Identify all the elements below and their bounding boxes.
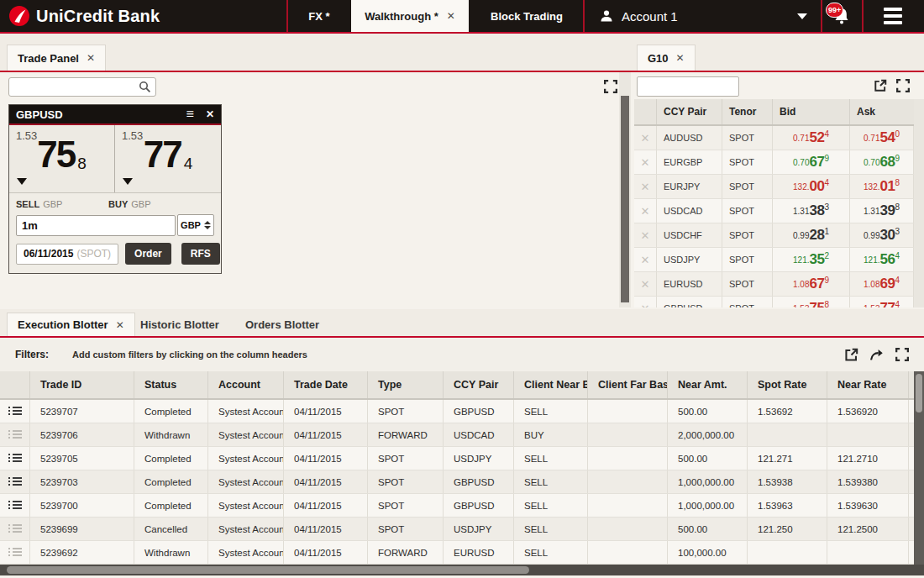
spot-rate-cell: 1.53938 <box>748 470 827 493</box>
search-input[interactable] <box>8 77 156 97</box>
amount-input[interactable] <box>16 215 176 236</box>
remove-pair-icon[interactable]: ✕ <box>634 150 657 174</box>
bid-price[interactable]: 1.31383 <box>773 199 850 223</box>
account-selector[interactable]: Account 1 <box>585 0 821 32</box>
col-ccy-pair[interactable]: CCY Pair <box>657 99 722 124</box>
popout-icon[interactable] <box>844 348 858 362</box>
order-button[interactable]: Order <box>125 243 171 265</box>
pair-filter-input[interactable] <box>637 76 739 97</box>
tab-execution-blotter[interactable]: Execution Blotter ✕ <box>7 313 135 336</box>
buy-price-tile[interactable]: 1.53 774 <box>115 125 221 192</box>
widget-menu-icon[interactable]: ≡ <box>186 108 194 121</box>
share-icon[interactable] <box>869 349 885 361</box>
menu-button[interactable] <box>862 0 924 32</box>
close-icon[interactable]: ✕ <box>447 10 455 22</box>
col-account[interactable]: Account <box>208 371 284 398</box>
close-icon[interactable]: ✕ <box>206 108 214 120</box>
remove-pair-icon[interactable]: ✕ <box>634 223 657 247</box>
near-amt-cell: 500.00 <box>668 518 748 540</box>
tab-g10[interactable]: G10 ✕ <box>637 45 696 71</box>
blotter-row[interactable]: 5239706WithdrawnSystest Account04/11/201… <box>0 423 924 447</box>
col-ask[interactable]: Ask <box>850 99 914 124</box>
col-trade-date[interactable]: Trade Date <box>284 371 368 398</box>
value-date-field[interactable]: 06/11/2015 (SPOT) <box>16 244 118 265</box>
row-menu-icon[interactable] <box>8 501 22 510</box>
blotter-row[interactable]: 5239707CompletedSystest Account04/11/201… <box>0 400 924 423</box>
col-client-near-base[interactable]: Client Near Base <box>514 371 588 398</box>
ask-price[interactable]: 121.564 <box>850 248 914 271</box>
col-spot-rate[interactable]: Spot Rate <box>748 371 827 398</box>
tab-orders-blotter[interactable]: Orders Blotter <box>235 313 329 336</box>
tab-walkthrough[interactable]: Walkthrough * ✕ <box>351 0 469 32</box>
ask-price[interactable]: 132.018 <box>850 175 914 198</box>
bid-price[interactable]: 0.71524 <box>773 126 850 150</box>
row-menu-icon[interactable] <box>8 548 22 557</box>
bid-price[interactable]: 1.53758 <box>773 297 850 307</box>
horizontal-scrollbar[interactable] <box>0 565 924 575</box>
bid-price[interactable]: 0.99281 <box>773 223 850 247</box>
bid-price[interactable]: 121.352 <box>773 248 850 271</box>
col-type[interactable]: Type <box>368 371 444 398</box>
col-trade-id[interactable]: Trade ID <box>30 371 134 398</box>
remove-pair-icon[interactable]: ✕ <box>634 272 657 296</box>
bid-price[interactable]: 1.08679 <box>773 272 850 296</box>
sell-ccy-label: GBP <box>43 199 62 209</box>
pair-label: EURUSD <box>657 272 722 296</box>
ask-price[interactable]: 1.53774 <box>850 297 914 307</box>
row-menu-icon[interactable] <box>8 430 22 439</box>
row-menu-icon[interactable] <box>8 454 22 463</box>
scrollbar-thumb[interactable] <box>621 96 629 302</box>
ask-price[interactable]: 1.31398 <box>850 199 914 223</box>
vertical-scrollbar[interactable] <box>914 99 924 307</box>
fullscreen-icon[interactable] <box>895 348 909 361</box>
tab-trade-panel[interactable]: Trade Panel ✕ <box>7 45 106 71</box>
ask-price[interactable]: 1.08694 <box>850 272 914 296</box>
col-tenor[interactable]: Tenor <box>722 99 773 124</box>
blotter-row[interactable]: 5239699CancelledSystest Account04/11/201… <box>0 518 924 541</box>
blotter-row[interactable]: 5239705CompletedSystest Account04/11/201… <box>0 447 924 470</box>
scrollbar-thumb[interactable] <box>916 374 922 412</box>
row-menu-icon[interactable] <box>8 407 22 416</box>
row-menu-icon[interactable] <box>8 524 22 533</box>
blotter-row[interactable]: 5239703CompletedSystest Account04/11/201… <box>0 470 924 494</box>
close-icon[interactable]: ✕ <box>676 52 685 64</box>
fullscreen-icon[interactable] <box>604 80 617 93</box>
tab-block-trading[interactable]: Block Trading <box>469 0 585 32</box>
blotter-row[interactable]: 5239700CompletedSystest Account04/11/201… <box>0 494 924 518</box>
fullscreen-icon[interactable] <box>896 79 910 92</box>
row-menu-icon[interactable] <box>8 477 22 486</box>
remove-pair-icon[interactable]: ✕ <box>634 175 657 198</box>
vertical-scrollbar[interactable] <box>914 371 924 565</box>
remove-pair-icon[interactable]: ✕ <box>634 199 657 223</box>
tab-fx[interactable]: FX * <box>288 0 350 32</box>
close-icon[interactable]: ✕ <box>87 52 95 64</box>
popout-icon[interactable] <box>874 79 887 92</box>
ask-price[interactable]: 0.71540 <box>850 126 914 150</box>
tab-historic-blotter[interactable]: Historic Blotter <box>130 313 229 336</box>
vertical-scrollbar[interactable] <box>619 72 631 307</box>
sell-fraction: 8 <box>77 155 87 172</box>
remove-pair-icon[interactable]: ✕ <box>634 297 657 307</box>
remove-pair-icon[interactable]: ✕ <box>634 126 657 150</box>
sell-price-tile[interactable]: 1.53 758 <box>9 125 115 192</box>
trade-id-cell: 5239705 <box>30 447 134 470</box>
bid-price[interactable]: 132.004 <box>773 175 850 198</box>
remove-pair-icon[interactable]: ✕ <box>634 248 657 271</box>
ask-price[interactable]: 0.70689 <box>850 150 914 174</box>
scrollbar-thumb[interactable] <box>7 566 529 574</box>
close-icon[interactable]: ✕ <box>116 319 124 331</box>
notifications-button[interactable]: 99+ <box>821 0 862 32</box>
client-far-base-cell <box>588 541 668 564</box>
col-ccy-pair[interactable]: CCY Pair <box>444 371 514 398</box>
type-cell: SPOT <box>368 400 444 423</box>
currency-selector[interactable]: GBP <box>177 214 214 236</box>
col-near-rate[interactable]: Near Rate <box>827 371 909 398</box>
rfs-button[interactable]: RFS <box>181 243 220 265</box>
col-bid[interactable]: Bid <box>773 99 850 124</box>
col-status[interactable]: Status <box>134 371 208 398</box>
col-client-far-base[interactable]: Client Far Base <box>588 371 668 398</box>
blotter-row[interactable]: 5239692WithdrawnSystest Account04/11/201… <box>0 541 924 565</box>
bid-price[interactable]: 0.70679 <box>773 150 850 174</box>
ask-price[interactable]: 0.99303 <box>850 223 914 247</box>
col-near-amt[interactable]: Near Amt. <box>668 371 748 398</box>
